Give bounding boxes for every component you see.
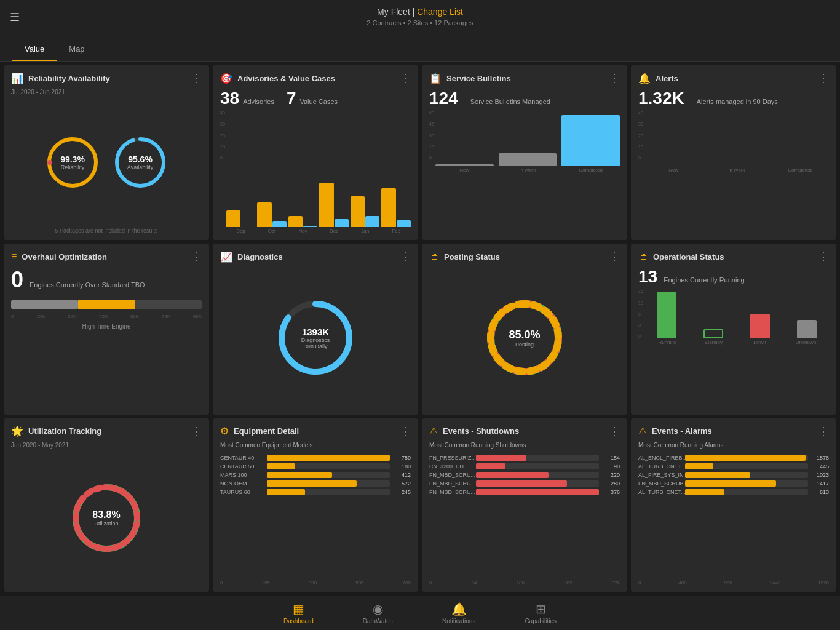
sd-row-3: FN_MBD_SCRU... 220 <box>429 472 620 478</box>
advisories-num: 38 <box>220 89 239 108</box>
card-reliability: 📊 Reliability Availability ⋮ Jul 2020 - … <box>4 65 209 240</box>
alarms-bars: AL_ENCL_FIREB... 1876 AL_TURB_CNET... 44… <box>638 455 829 579</box>
nav-capabilities[interactable]: ⊞ Capabilities <box>525 602 557 624</box>
card-advisories: 🎯 Advisories & Value Cases ⋮ 38 Advisori… <box>213 65 418 240</box>
sd-row-1: FN_PRESSURIZ... 154 <box>429 455 620 461</box>
diagnostics-num: 1393K <box>301 326 330 337</box>
datawatch-nav-icon: ◉ <box>373 602 383 616</box>
ops-status-menu[interactable]: ⋮ <box>818 250 829 263</box>
alarms-menu[interactable]: ⋮ <box>818 425 829 438</box>
reliability-menu[interactable]: ⋮ <box>191 71 202 85</box>
sd-row-5: FN_MBD_SCRU... 376 <box>429 489 620 495</box>
advisories-menu[interactable]: ⋮ <box>400 71 411 85</box>
menu-icon[interactable]: ☰ <box>10 10 20 24</box>
diagnostics-donut: 1393K Diagnostics Run Daily <box>275 298 355 378</box>
alerts-num: 1.32K <box>638 89 684 108</box>
alerts-label: Alerts managed in 90 Days <box>697 98 778 105</box>
posting-status-icon: 🖥 <box>429 251 439 262</box>
availability-circle: 95.6% Availability <box>113 135 168 190</box>
reliability-pct: 99.3% <box>60 154 85 164</box>
equip-row-3: MARS 100 412 <box>220 472 411 478</box>
al-row-1: AL_ENCL_FIREB... 1876 <box>638 455 829 461</box>
ops-status-icon: 🖥 <box>638 251 648 262</box>
shutdowns-menu[interactable]: ⋮ <box>609 425 620 438</box>
equipment-menu[interactable]: ⋮ <box>400 425 411 438</box>
reliability-date: Jul 2020 - Jun 2021 <box>11 89 202 95</box>
sd-row-4: FN_MBD_SCRU... 280 <box>429 480 620 487</box>
posting-status-menu[interactable]: ⋮ <box>609 250 620 263</box>
utilization-title: Utilization Tracking <box>28 426 101 436</box>
dashboard-nav-icon: ▦ <box>293 602 304 616</box>
reliability-note: 5 Packages are not included in the resul… <box>11 228 202 234</box>
reliability-circle: 99.3% Reliability <box>45 135 100 190</box>
alarms-x-axis: 048096014401920 <box>638 580 829 586</box>
fleet-label: My Fleet | Change List <box>367 6 473 18</box>
service-bulletins-title: Service Bulletins <box>446 74 511 83</box>
availability-pct: 95.6% <box>127 154 153 164</box>
alerts-x-new: New <box>644 167 703 173</box>
equip-row-1: CENTAUR 40 780 <box>220 455 411 461</box>
overhaul-menu[interactable]: ⋮ <box>191 250 202 263</box>
dashboard-grid: 📊 Reliability Availability ⋮ Jul 2020 - … <box>0 62 840 596</box>
adv-x-oct: Oct <box>257 228 287 234</box>
card-events-alarms: ⚠ Events - Alarms ⋮ Most Common Running … <box>631 418 836 592</box>
notifications-nav-icon: 🔔 <box>451 602 467 616</box>
card-posting-status: 🖥 Posting Status ⋮ 85.0% Posting <box>422 244 627 414</box>
nav-notifications[interactable]: 🔔 Notifications <box>442 602 475 624</box>
posting-status-donut-container: 85.0% Posting <box>429 267 620 408</box>
ops-x-down: Down <box>737 340 783 345</box>
al-row-2: AL_TURB_CNET... 445 <box>638 463 829 469</box>
ops-label: Engines Currently Running <box>664 276 744 284</box>
nav-dashboard[interactable]: ▦ Dashboard <box>283 602 314 624</box>
diagnostics-donut-container: 1393K Diagnostics Run Daily <box>220 267 411 408</box>
ops-bars <box>644 289 829 338</box>
sb-x-completed: Completed <box>561 167 620 173</box>
capabilities-nav-icon: ⊞ <box>536 602 546 616</box>
service-bulletins-menu[interactable]: ⋮ <box>609 71 620 85</box>
shutdowns-x-axis: 094188282376 <box>429 580 620 586</box>
card-diagnostics: 📈 Diagnostics ⋮ 1393K Diagnostics Run Da… <box>213 244 418 414</box>
utilization-menu[interactable]: ⋮ <box>191 425 202 438</box>
sb-x-new: New <box>435 167 494 173</box>
header-title: My Fleet | Change List 2 Contracts • 2 S… <box>367 6 473 28</box>
ops-unknown <box>785 320 829 338</box>
value-cases-label: Value Cases <box>299 98 338 105</box>
tab-value[interactable]: Value <box>12 38 57 61</box>
al-row-3: AL_FIRE_SYS_IN... 1023 <box>638 472 829 478</box>
equipment-icon: ⚙ <box>220 425 229 437</box>
advisories-icon: 🎯 <box>220 73 232 84</box>
adv-x-nov: Nov <box>288 228 318 234</box>
posting-status-donut: 85.0% Posting <box>485 298 565 378</box>
change-list-link[interactable]: Change List <box>417 7 463 17</box>
al-row-4: FN_MBD_SCRUB... 1417 <box>638 480 829 487</box>
equipment-x-axis: 0195390585780 <box>220 580 411 586</box>
datawatch-nav-label: DataWatch <box>363 618 393 624</box>
diagnostics-title: Diagnostics <box>237 252 283 261</box>
sb-x-inwork: In Work <box>499 167 557 173</box>
alarms-title: Events - Alarms <box>652 426 712 436</box>
nav-datawatch[interactable]: ◉ DataWatch <box>363 602 393 624</box>
card-equipment: ⚙ Equipment Detail ⋮ Most Common Equipme… <box>213 418 418 592</box>
utilization-donut-container: 83.8% Utilization <box>11 451 202 586</box>
ops-status-title: Operational Status <box>653 252 724 261</box>
posting-status-title: Posting Status <box>444 252 500 261</box>
ops-num: 13 <box>638 267 657 287</box>
ops-x-unknown: Unknown <box>783 340 829 345</box>
overhaul-progress <box>11 300 202 309</box>
utilization-donut: 83.8% Utilization <box>69 481 143 555</box>
alerts-x-inwork: In Work <box>708 167 766 173</box>
alarms-subtitle: Most Common Running Alarms <box>638 442 829 449</box>
service-bulletins-icon: 📋 <box>429 73 442 84</box>
card-events-shutdowns: ⚠ Events - Shutdowns ⋮ Most Common Runni… <box>422 418 627 592</box>
bottom-nav: ▦ Dashboard ◉ DataWatch 🔔 Notifications … <box>0 596 840 630</box>
reliability-title: Reliability Availability <box>28 74 110 83</box>
notifications-nav-label: Notifications <box>442 618 475 624</box>
diagnostics-menu[interactable]: ⋮ <box>400 250 411 263</box>
ops-running <box>644 292 689 338</box>
tab-map[interactable]: Map <box>57 38 97 61</box>
alerts-icon: 🔔 <box>638 73 651 84</box>
advisories-title: Advisories & Value Cases <box>237 74 335 83</box>
alerts-menu[interactable]: ⋮ <box>818 71 829 85</box>
header-sub: 2 Contracts • 2 Sites • 12 Packages <box>367 18 473 28</box>
adv-x-sep: Sep <box>226 228 256 234</box>
